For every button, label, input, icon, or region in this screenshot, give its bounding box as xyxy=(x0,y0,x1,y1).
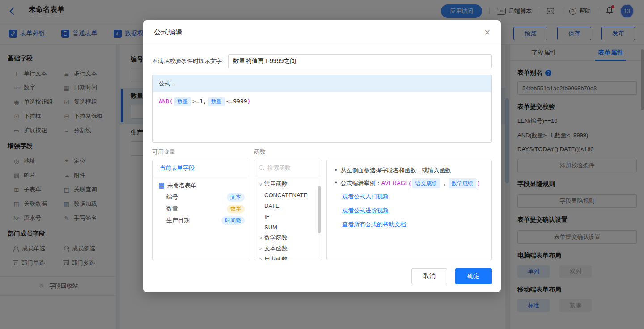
chevron-right-icon: > xyxy=(257,236,264,240)
function-group-text[interactable]: > 文本函数 xyxy=(254,243,322,254)
search-icon xyxy=(259,165,264,171)
functions-panel: ∨ 常用函数 CONCATENATE DATE IF SUM > 数学函数 > … xyxy=(254,160,322,260)
link-formula-advanced-video[interactable]: 观看公式进阶视频 xyxy=(342,207,483,215)
tab-current-form-fields[interactable]: 当前表单字段 xyxy=(160,164,195,172)
formula-operator: >=1, xyxy=(192,98,206,105)
close-icon[interactable]: × xyxy=(484,28,490,38)
help-tip-2: • 公式编辑举例：AVERAGE(语文成绩，数学成绩) xyxy=(335,178,483,188)
link-formula-help-docs[interactable]: 查看所有公式的帮助文档 xyxy=(342,220,483,228)
field-chip-quantity[interactable]: 数量 xyxy=(174,97,191,106)
tree-root-form[interactable]: 未命名表单 xyxy=(153,180,250,191)
formula-operator: <=9999 xyxy=(226,98,247,105)
variables-panel: 当前表单字段 未命名表单 编号 文本 数量 数字 xyxy=(152,160,250,260)
chevron-right-icon: > xyxy=(257,246,264,251)
formula-keyword: AND( xyxy=(159,98,173,105)
formula-help-panel: • 从左侧面板选择字段名和函数，或输入函数 • 公式编辑举例：AVERAGE(语… xyxy=(326,160,492,260)
example-function-name: AVERAGE( xyxy=(381,179,411,188)
field-chip-quantity[interactable]: 数量 xyxy=(208,97,225,106)
variables-label: 可用变量 xyxy=(152,148,254,156)
function-date[interactable]: DATE xyxy=(254,200,322,211)
type-badge-text: 文本 xyxy=(227,193,245,202)
example-field-chip: 数学成绩 xyxy=(449,178,476,188)
chevron-right-icon: > xyxy=(257,257,264,261)
hint-text-input[interactable] xyxy=(228,54,492,68)
confirm-button[interactable]: 确定 xyxy=(455,268,492,284)
example-function-close: ) xyxy=(478,179,479,188)
function-group-math[interactable]: > 数学函数 xyxy=(254,232,322,243)
help-tip-1: • 从左侧面板选择字段名和函数，或输入函数 xyxy=(335,166,483,175)
hint-text-label: 不满足校验条件时提示文字: xyxy=(152,57,224,65)
type-badge-timestamp: 时间戳 xyxy=(221,216,245,225)
formula-keyword: ) xyxy=(247,98,251,105)
dialog-title: 公式编辑 xyxy=(154,28,182,37)
bullet-icon: • xyxy=(335,178,337,188)
formula-code-area[interactable]: AND(数量>=1,数量<=9999) xyxy=(153,92,491,142)
function-concatenate[interactable]: CONCATENATE xyxy=(254,190,322,200)
chevron-down-icon: ∨ xyxy=(257,182,264,187)
functions-label: 函数 xyxy=(254,148,326,156)
form-doc-icon xyxy=(159,183,164,189)
function-group-date[interactable]: > 日期函数 xyxy=(254,254,322,260)
function-sum[interactable]: SUM xyxy=(254,222,322,232)
function-group-common[interactable]: ∨ 常用函数 xyxy=(254,179,322,190)
formula-edit-dialog: 公式编辑 × 不满足校验条件时提示文字: 公式 = AND(数量>=1,数量<=… xyxy=(143,20,501,292)
variable-field-number-id[interactable]: 编号 文本 xyxy=(153,191,250,203)
variable-field-production-date[interactable]: 生产日期 时间戳 xyxy=(153,215,250,226)
example-field-chip: 语文成绩 xyxy=(412,178,440,188)
function-if[interactable]: IF xyxy=(254,211,322,222)
bullet-icon: • xyxy=(335,166,337,175)
type-badge-number: 数字 xyxy=(227,205,245,213)
variable-field-quantity[interactable]: 数量 数字 xyxy=(153,203,250,215)
link-formula-intro-video[interactable]: 观看公式入门视频 xyxy=(342,193,483,201)
function-search-input[interactable] xyxy=(267,164,317,171)
functions-scrollbar[interactable] xyxy=(318,186,321,233)
cancel-button[interactable]: 取消 xyxy=(411,268,447,284)
formula-editor: 公式 = AND(数量>=1,数量<=9999) xyxy=(152,75,492,143)
formula-equals-label: 公式 = xyxy=(153,75,491,92)
